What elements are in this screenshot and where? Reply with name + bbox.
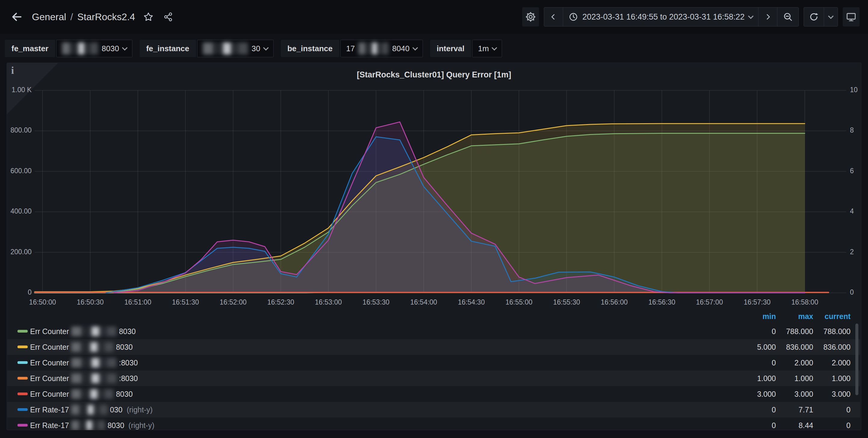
variable-label[interactable]: fe_instance [140, 40, 196, 57]
series-color-swatch [18, 392, 28, 395]
right-y-tag: (right-y) [127, 406, 153, 414]
panel-title[interactable]: [StarRocks_Cluster01] Query Error [1m] [7, 70, 861, 80]
variable-fe-instance: fe_instance 30 [140, 40, 274, 57]
legend-value-current: 788.000 [781, 324, 850, 339]
chevron-down-icon [122, 45, 127, 50]
kiosk-mode-button[interactable] [843, 7, 860, 27]
star-icon [143, 12, 154, 22]
series-name[interactable]: Err Rate-178030(right-y) [30, 417, 154, 430]
x-axis-tick-label: 16:52:30 [257, 298, 305, 306]
series-name[interactable]: Err Counter8030 [30, 324, 136, 339]
time-nav-group: 2023-03-31 16:49:55 to 2023-03-31 16:58:… [544, 7, 799, 27]
y-axis-left-tick-label: 1.00 K [0, 86, 32, 94]
variable-value-text: 30 [252, 44, 260, 53]
legend-scrollbar[interactable] [855, 324, 858, 395]
variable-value-text: 1m [478, 44, 489, 53]
series-name-suffix: :8030 [119, 374, 138, 383]
x-axis-tick-label: 16:56:00 [590, 298, 638, 306]
x-axis-tick-label: 16:57:00 [685, 298, 734, 306]
breadcrumb-separator: / [70, 11, 73, 23]
series-name-suffix: 030 [110, 406, 123, 414]
y-axis-right-tick-label: 10 [850, 86, 868, 94]
legend-value-current: 2.000 [781, 355, 850, 371]
series-color-swatch [18, 346, 28, 348]
time-range-picker-button[interactable]: 2023-03-31 16:49:55 to 2023-03-31 16:58:… [563, 7, 758, 26]
breadcrumb-section[interactable]: General [32, 11, 66, 23]
legend-row[interactable]: Err Counter:803002.0002.000 [7, 355, 860, 371]
breadcrumb-page[interactable]: StarRocks2.4 [78, 11, 135, 23]
redacted-value [71, 420, 105, 430]
series-name[interactable]: Err Counter8030 [30, 386, 133, 402]
share-dashboard-button[interactable] [162, 7, 175, 27]
legend-header-current[interactable]: current [781, 312, 850, 321]
redacted-value [71, 389, 114, 399]
chevron-right-icon [764, 13, 772, 21]
redacted-value [71, 374, 117, 383]
series-name-prefix: Err Rate-17 [30, 421, 69, 430]
y-axis-left-tick-label: 0 [0, 288, 32, 296]
variable-label[interactable]: be_instance [281, 40, 339, 57]
x-axis-tick-label: 16:55:00 [495, 298, 543, 306]
legend-row[interactable]: Err Rate-178030(right-y)08.440 [7, 417, 860, 430]
x-axis-tick-label: 16:50:30 [66, 298, 114, 306]
refresh-dashboard-button[interactable] [804, 7, 824, 26]
time-range-text: 2023-03-31 16:49:55 to 2023-03-31 16:58:… [582, 12, 745, 22]
variable-label[interactable]: fe_master [5, 40, 55, 57]
variable-value-text: 8030 [102, 44, 119, 53]
variable-fe-master: fe_master 8030 [5, 40, 132, 57]
series-color-swatch [18, 377, 28, 380]
x-axis-tick-label: 16:53:00 [304, 298, 352, 306]
x-axis-tick-label: 16:51:00 [114, 298, 162, 306]
back-button[interactable] [8, 7, 25, 27]
dashboard-page: General / StarRocks2.4 [0, 0, 868, 438]
legend-value-current: 836.000 [781, 339, 850, 355]
series-name-suffix: 8030 [116, 390, 133, 399]
refresh-interval-dropdown[interactable] [824, 7, 838, 26]
variable-value-dropdown[interactable]: 30 [197, 40, 274, 57]
legend-row[interactable]: Err Counter80300788.000788.000 [7, 324, 860, 339]
right-y-tag: (right-y) [128, 421, 154, 430]
back-arrow-icon [11, 11, 23, 23]
template-variables-bar: fe_master 8030 fe_instance 30 be_instanc… [0, 35, 868, 61]
series-name[interactable]: Err Counter:8030 [30, 355, 138, 371]
redacted-value [71, 326, 117, 336]
chevron-down-icon [828, 13, 833, 19]
y-axis-left-tick-label: 200.00 [0, 248, 32, 256]
y-axis-right-tick-label: 2 [850, 248, 868, 256]
time-range-forward-button[interactable] [758, 7, 777, 26]
x-axis-tick-label: 16:52:00 [209, 298, 257, 306]
variable-value-dropdown[interactable]: 1m [472, 40, 502, 57]
legend-value-current: 0 [781, 402, 850, 417]
series-color-swatch [18, 330, 28, 332]
chevron-down-icon [263, 45, 269, 50]
series-name[interactable]: Err Counter:8030 [30, 371, 138, 386]
legend-value-current: 1.000 [781, 371, 850, 386]
x-axis-tick-label: 16:54:00 [400, 298, 448, 306]
legend-row[interactable]: Err Counter80305.000836.000836.000 [7, 339, 860, 355]
series-name[interactable]: Err Counter8030 [30, 339, 133, 355]
zoom-out-icon [783, 12, 793, 22]
series-name-suffix: 8030 [116, 343, 133, 352]
variable-value-dropdown[interactable]: 8030 [56, 40, 132, 57]
legend-row[interactable]: Err Counter80303.0003.0003.000 [7, 386, 860, 402]
x-axis-tick-label: 16:58:00 [781, 298, 829, 306]
series-name-prefix: Err Counter [30, 358, 69, 367]
redacted-value [71, 405, 107, 414]
star-dashboard-button[interactable] [142, 7, 155, 27]
legend-row[interactable]: Err Counter:80301.0001.0001.000 [7, 371, 860, 386]
time-range-back-button[interactable] [544, 7, 563, 26]
y-axis-left-tick-label: 400.00 [0, 207, 32, 215]
variable-label[interactable]: interval [430, 40, 471, 57]
variable-value-dropdown[interactable]: 17 8040 [340, 40, 423, 57]
series-name-prefix: Err Rate-17 [30, 406, 69, 414]
y-axis-right-tick-label: 8 [850, 126, 868, 134]
series-name[interactable]: Err Rate-17030(right-y) [30, 402, 153, 417]
legend-row[interactable]: Err Rate-17030(right-y)07.710 [7, 402, 860, 417]
zoom-out-time-button[interactable] [777, 7, 799, 26]
dashboard-settings-button[interactable] [522, 7, 539, 27]
y-axis-right-tick-label: 6 [850, 167, 868, 175]
series-color-swatch [18, 424, 28, 427]
redacted-value [203, 42, 248, 55]
clock-icon [568, 12, 578, 22]
chevron-down-icon [412, 45, 418, 50]
